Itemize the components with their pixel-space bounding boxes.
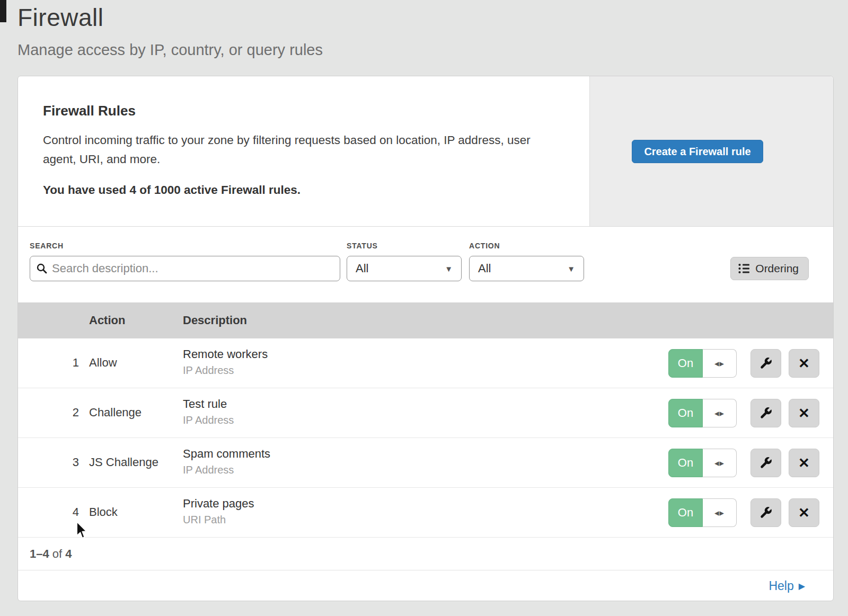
status-selected-value: All <box>356 262 368 275</box>
rule-priority-number: 2 <box>55 406 79 419</box>
chevron-down-icon: ▼ <box>567 264 575 273</box>
rule-enabled-toggle[interactable]: On ◂▸ <box>668 349 737 378</box>
rule-action-value: Allow <box>89 356 117 370</box>
card-heading: Firewall Rules <box>43 103 552 119</box>
arrows-left-right-icon: ◂▸ <box>714 458 725 469</box>
rule-match-field: IP Address <box>183 414 234 426</box>
delete-rule-button[interactable]: ✕ <box>789 349 819 378</box>
rule-action-value: Block <box>89 505 118 519</box>
search-label: SEARCH <box>30 242 64 250</box>
action-label: ACTION <box>469 242 500 250</box>
edit-rule-button[interactable] <box>750 349 781 378</box>
help-link-label: Help <box>768 579 793 593</box>
rule-row-controls: On ◂▸ ✕ <box>668 399 819 427</box>
status-select[interactable]: All ▼ <box>347 256 462 281</box>
edit-rule-button[interactable] <box>750 498 781 527</box>
rule-enabled-toggle[interactable]: On ◂▸ <box>668 498 737 527</box>
action-select[interactable]: All ▼ <box>469 256 584 281</box>
rule-description-title: Spam comments <box>183 447 270 461</box>
chevron-down-icon: ▼ <box>445 264 453 273</box>
delete-rule-button[interactable]: ✕ <box>789 498 819 527</box>
toggle-on-segment[interactable]: On <box>668 399 703 427</box>
card-intro-section: Firewall Rules Control incoming traffic … <box>18 76 833 227</box>
help-link[interactable]: Help ▶ <box>768 579 805 593</box>
action-selected-value: All <box>478 262 491 275</box>
rule-description: Test rule IP Address <box>183 397 234 426</box>
toggle-handle[interactable]: ◂▸ <box>703 449 737 477</box>
ordered-list-icon <box>738 263 750 274</box>
edit-rule-button[interactable] <box>750 399 781 427</box>
status-label: STATUS <box>347 242 378 250</box>
close-icon: ✕ <box>798 406 810 420</box>
rule-enabled-toggle[interactable]: On ◂▸ <box>668 449 737 477</box>
rule-row: 2 Challenge Test rule IP Address On ◂▸ ✕ <box>18 388 833 438</box>
ordering-button[interactable]: Ordering <box>730 257 809 280</box>
rule-description: Spam comments IP Address <box>183 447 270 476</box>
create-rule-panel: Create a Firewall rule <box>589 76 833 226</box>
close-icon: ✕ <box>798 356 810 370</box>
wrench-icon <box>759 356 773 370</box>
column-header-action: Action <box>89 314 125 327</box>
pagination-text: 1–4 of 4 <box>30 547 72 561</box>
wrench-icon <box>759 456 773 470</box>
wrench-icon <box>759 406 773 420</box>
firewall-page: Firewall Manage access by IP, country, o… <box>0 0 848 616</box>
toggle-handle[interactable]: ◂▸ <box>703 399 737 427</box>
search-icon <box>37 263 47 274</box>
pagination-range: 1–4 <box>30 547 49 560</box>
arrows-left-right-icon: ◂▸ <box>714 408 725 419</box>
filters-bar: SEARCH STATUS All ▼ ACTION All ▼ <box>18 227 833 302</box>
edit-rule-button[interactable] <box>750 449 781 477</box>
toggle-on-segment[interactable]: On <box>668 349 703 378</box>
pagination-total: 4 <box>65 547 72 560</box>
rule-row-controls: On ◂▸ ✕ <box>668 498 819 527</box>
card-description: Control incoming traffic to your zone by… <box>43 131 544 169</box>
create-firewall-rule-button[interactable]: Create a Firewall rule <box>632 140 763 163</box>
rule-row: 3 JS Challenge Spam comments IP Address … <box>18 438 833 488</box>
rule-description-title: Test rule <box>183 397 234 411</box>
rule-action-value: Challenge <box>89 406 142 419</box>
rules-table-body: 1 Allow Remote workers IP Address On ◂▸ … <box>18 338 833 538</box>
rule-priority-number: 3 <box>55 456 79 469</box>
rule-row-controls: On ◂▸ ✕ <box>668 449 819 477</box>
ordering-button-label: Ordering <box>755 262 799 275</box>
rule-match-field: IP Address <box>183 464 270 476</box>
page-title: Firewall <box>17 3 103 32</box>
rule-row: 1 Allow Remote workers IP Address On ◂▸ … <box>18 338 833 388</box>
rule-priority-number: 4 <box>55 505 79 519</box>
rule-description-title: Private pages <box>183 497 254 511</box>
toggle-on-segment[interactable]: On <box>668 498 703 527</box>
rule-description-title: Remote workers <box>183 347 268 361</box>
help-row: Help ▶ <box>18 570 833 601</box>
toggle-on-segment[interactable]: On <box>668 449 703 477</box>
rule-row: 4 Block Private pages URI Path On ◂▸ ✕ <box>18 488 833 538</box>
toggle-handle[interactable]: ◂▸ <box>703 349 737 378</box>
wrench-icon <box>759 506 773 520</box>
rule-description: Private pages URI Path <box>183 497 254 526</box>
close-icon: ✕ <box>798 456 810 470</box>
pagination-of: of <box>52 547 62 560</box>
rule-priority-number: 1 <box>55 356 79 370</box>
search-input[interactable] <box>52 262 333 275</box>
rules-table-header: Action Description <box>18 302 833 338</box>
window-edge <box>0 0 6 22</box>
arrows-left-right-icon: ◂▸ <box>714 507 725 519</box>
rule-match-field: IP Address <box>183 364 268 377</box>
toggle-handle[interactable]: ◂▸ <box>703 498 737 527</box>
rule-description: Remote workers IP Address <box>183 347 268 377</box>
rules-usage-text: You have used 4 of 1000 active Firewall … <box>43 183 552 197</box>
rule-match-field: URI Path <box>183 514 254 526</box>
page-subtitle: Manage access by IP, country, or query r… <box>17 41 323 59</box>
caret-right-icon: ▶ <box>799 581 805 591</box>
arrows-left-right-icon: ◂▸ <box>714 358 725 369</box>
rule-enabled-toggle[interactable]: On ◂▸ <box>668 399 737 427</box>
rule-row-controls: On ◂▸ ✕ <box>668 349 819 378</box>
column-header-description: Description <box>183 314 247 327</box>
delete-rule-button[interactable]: ✕ <box>789 449 819 477</box>
rule-action-value: JS Challenge <box>89 456 158 469</box>
delete-rule-button[interactable]: ✕ <box>789 399 819 427</box>
search-box[interactable] <box>30 256 340 281</box>
pagination-row: 1–4 of 4 <box>18 538 833 570</box>
firewall-rules-card: Firewall Rules Control incoming traffic … <box>17 76 834 601</box>
close-icon: ✕ <box>798 506 810 520</box>
